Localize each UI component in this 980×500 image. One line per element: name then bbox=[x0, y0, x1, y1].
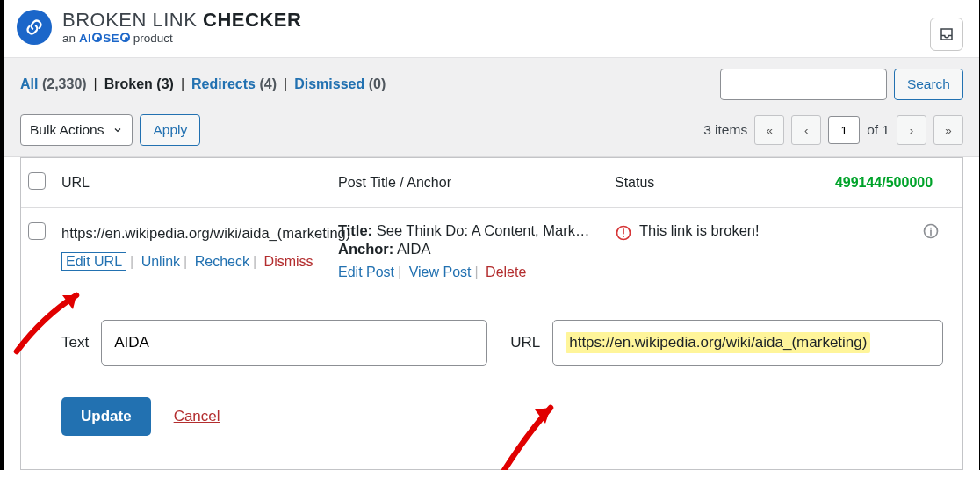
edit-url-label: URL bbox=[510, 334, 540, 351]
row-checkbox[interactable] bbox=[28, 222, 46, 240]
column-status[interactable]: Status bbox=[615, 175, 821, 191]
edit-url-panel: Text URL https://en.wikipedia.org/wiki/a… bbox=[21, 293, 962, 469]
row-post-actions: Edit Post| View Post| Delete bbox=[338, 264, 615, 280]
chevron-down-icon bbox=[112, 125, 123, 135]
delete-link[interactable]: Delete bbox=[486, 264, 526, 279]
table-row: https://en.wikipedia.org/wiki/aida_(mark… bbox=[21, 208, 962, 293]
tray-button[interactable] bbox=[930, 18, 963, 51]
items-count: 3 items bbox=[703, 122, 747, 138]
row-anchor: Anchor: AIDA bbox=[338, 241, 615, 257]
filter-redirects[interactable]: Redirects (4) bbox=[191, 76, 277, 92]
filter-broken[interactable]: Broken (3) bbox=[104, 76, 174, 92]
dismiss-link[interactable]: Dismiss bbox=[264, 254, 313, 269]
brand-title: BROKEN LINK CHECKER bbox=[62, 9, 301, 32]
bulk-actions-select[interactable]: Bulk Actions bbox=[20, 114, 133, 146]
edit-url-input[interactable]: https://en.wikipedia.org/wiki/aida_(mark… bbox=[566, 332, 870, 353]
page-next-button[interactable]: › bbox=[897, 115, 926, 145]
select-all-checkbox[interactable] bbox=[28, 172, 46, 190]
edit-text-input[interactable] bbox=[101, 320, 487, 366]
links-table: URL Post Title / Anchor Status 499144/50… bbox=[20, 157, 963, 470]
page-last-button[interactable]: » bbox=[933, 115, 963, 145]
warning-icon bbox=[615, 224, 632, 245]
row-title: Title: See Think Do: A Content, Mark… bbox=[338, 222, 615, 239]
row-status: This link is broken! bbox=[639, 222, 760, 239]
cancel-link[interactable]: Cancel bbox=[174, 408, 220, 425]
edit-url-link[interactable]: Edit URL bbox=[61, 252, 126, 271]
svg-point-2 bbox=[930, 228, 932, 229]
view-post-link[interactable]: View Post bbox=[409, 264, 472, 279]
pagination: 3 items « ‹ of 1 › » bbox=[703, 115, 963, 145]
filter-all[interactable]: All (2,330) bbox=[20, 76, 87, 92]
filter-links: All (2,330) | Broken (3) | Redirects (4)… bbox=[20, 76, 386, 92]
recheck-link[interactable]: Recheck bbox=[195, 254, 249, 269]
update-button[interactable]: Update bbox=[61, 397, 151, 436]
page-prev-button[interactable]: ‹ bbox=[791, 115, 821, 145]
search-input[interactable] bbox=[720, 69, 887, 100]
filter-dismissed[interactable]: Dismissed (0) bbox=[294, 76, 386, 92]
apply-button[interactable]: Apply bbox=[140, 114, 200, 146]
column-url[interactable]: URL bbox=[61, 175, 338, 191]
page-first-button[interactable]: « bbox=[754, 115, 784, 145]
brand-subtitle: an AISE product bbox=[62, 32, 301, 45]
unlink-link[interactable]: Unlink bbox=[141, 254, 180, 269]
edit-post-link[interactable]: Edit Post bbox=[338, 264, 394, 279]
column-post[interactable]: Post Title / Anchor bbox=[338, 175, 615, 191]
row-url: https://en.wikipedia.org/wiki/aida_(mark… bbox=[61, 222, 319, 244]
info-icon[interactable] bbox=[922, 222, 940, 243]
quota-counter: 499144/500000 bbox=[821, 174, 957, 191]
page-of-label: of 1 bbox=[867, 122, 890, 138]
page-number-input[interactable] bbox=[828, 116, 860, 144]
logo-icon bbox=[17, 10, 52, 45]
row-url-actions: Edit URL| Unlink| Recheck| Dismiss bbox=[61, 251, 319, 272]
search-button[interactable]: Search bbox=[894, 69, 963, 100]
app-header: BROKEN LINK CHECKER an AISE product bbox=[4, 0, 979, 57]
edit-text-label: Text bbox=[61, 334, 89, 351]
